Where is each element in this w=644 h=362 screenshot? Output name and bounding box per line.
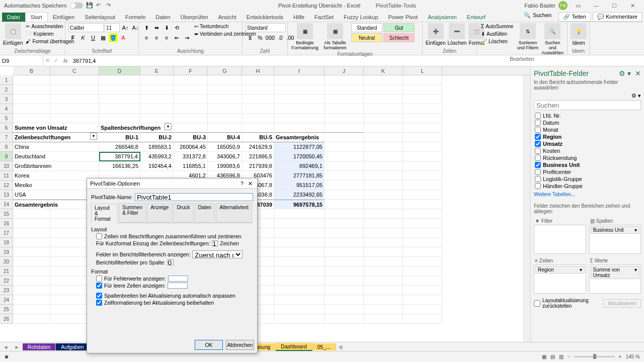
- area-values-body[interactable]: Summe von Umsatz▾: [589, 264, 641, 294]
- cell-I4[interactable]: [274, 104, 325, 114]
- cell-B26[interactable]: [13, 314, 50, 324]
- cell-K17[interactable]: [364, 228, 403, 238]
- font-name-combo[interactable]: [68, 23, 104, 32]
- cell-J7[interactable]: [325, 133, 364, 142]
- field-region[interactable]: Region: [534, 133, 641, 140]
- enter-formula-icon[interactable]: ✓: [52, 57, 60, 64]
- cell-I15[interactable]: [274, 209, 325, 219]
- dialog-help-icon[interactable]: ?: [238, 180, 246, 187]
- field-checkbox[interactable]: [535, 141, 541, 147]
- row-header-23[interactable]: 23: [0, 286, 13, 295]
- fx-icon[interactable]: fx: [60, 58, 71, 64]
- tab-formeln[interactable]: Formeln: [120, 13, 150, 22]
- cell-L12[interactable]: [403, 180, 442, 190]
- cell-E4[interactable]: [140, 104, 174, 114]
- field-checkbox[interactable]: [535, 113, 541, 119]
- view-break-icon[interactable]: ▧: [559, 354, 564, 359]
- cell-B18[interactable]: [13, 238, 50, 247]
- row-header-3[interactable]: 3: [0, 95, 13, 104]
- search-icon[interactable]: 🔍: [524, 12, 531, 22]
- cell-B21[interactable]: [13, 266, 50, 276]
- empty-value-input[interactable]: [168, 283, 188, 289]
- error-value-input[interactable]: [168, 276, 188, 282]
- cell-J3[interactable]: [325, 95, 364, 104]
- dialog-ok-button[interactable]: OK: [195, 340, 223, 350]
- dlg-tab-layout[interactable]: Layout & Format: [91, 204, 118, 223]
- area-rows-body[interactable]: Region▾: [534, 264, 586, 294]
- cell-H10[interactable]: 217939,8: [242, 161, 274, 171]
- row-header-20[interactable]: 20: [0, 257, 13, 266]
- cell-L15[interactable]: [403, 209, 442, 219]
- increase-font-icon[interactable]: A↑: [121, 23, 130, 32]
- update-button[interactable]: Aktualisieren: [603, 299, 641, 308]
- cell-E10[interactable]: 192454,4: [140, 161, 174, 171]
- save-icon[interactable]: 💾: [86, 2, 93, 9]
- cell-J25[interactable]: [325, 305, 364, 314]
- cell-L9[interactable]: [403, 152, 442, 161]
- tab-einfuegen[interactable]: Einfügen: [48, 13, 79, 22]
- cell-J6[interactable]: [325, 123, 364, 133]
- cell-B6[interactable]: Summe von Umsatz: [13, 123, 99, 133]
- filter-per-col-spinner[interactable]: [168, 259, 174, 265]
- row-header-22[interactable]: 22: [0, 276, 13, 286]
- cell-L11[interactable]: [403, 171, 442, 180]
- cell-K16[interactable]: [364, 219, 403, 228]
- values-chip[interactable]: Summe von Umsatz▾: [591, 266, 640, 279]
- cell-F2[interactable]: [174, 85, 208, 95]
- col-header-B[interactable]: B: [13, 66, 50, 75]
- cell-H9[interactable]: 221886,5: [242, 152, 274, 161]
- field-pane-tools-icon[interactable]: ⚙ ▾: [631, 93, 641, 99]
- style-gut[interactable]: Gut: [383, 23, 415, 32]
- cell-K9[interactable]: [364, 152, 403, 161]
- tab-nav-next-icon[interactable]: ►: [11, 344, 22, 350]
- redo-icon[interactable]: ↷: [106, 2, 113, 9]
- zoom-slider[interactable]: [575, 356, 615, 357]
- cell-K23[interactable]: [364, 286, 403, 295]
- cell-D3[interactable]: [99, 95, 140, 104]
- tab-entwurf[interactable]: Entwurf: [462, 13, 491, 22]
- cell-L25[interactable]: [403, 305, 442, 314]
- cell-D2[interactable]: [99, 85, 140, 95]
- field-umsatz[interactable]: Umsatz: [534, 140, 641, 147]
- cell-I13[interactable]: 2233492,65: [274, 190, 325, 200]
- cell-J4[interactable]: [325, 104, 364, 114]
- cell-L4[interactable]: [403, 104, 442, 114]
- cell-I17[interactable]: [274, 228, 325, 238]
- cell-G2[interactable]: [208, 85, 242, 95]
- ptname-input[interactable]: [135, 193, 253, 201]
- cell-E3[interactable]: [140, 95, 174, 104]
- cell-L16[interactable]: [403, 219, 442, 228]
- cell-K4[interactable]: [364, 104, 403, 114]
- cell-B5[interactable]: [13, 114, 50, 123]
- cell-D9[interactable]: 387791,4: [99, 152, 140, 161]
- cell-E9[interactable]: 435993,2: [140, 152, 174, 161]
- fill-button[interactable]: ⬇ Ausfüllen: [480, 31, 514, 37]
- field-pane-close-icon[interactable]: ✕: [635, 69, 641, 77]
- cell-H4[interactable]: [242, 104, 274, 114]
- columns-chip[interactable]: Business Unit▾: [591, 226, 640, 234]
- align-left-icon[interactable]: ≡: [142, 33, 151, 42]
- col-filter-icon[interactable]: ▾: [165, 123, 172, 130]
- style-schlecht[interactable]: Schlecht: [383, 33, 415, 42]
- cell-L19[interactable]: [403, 247, 442, 257]
- cell-K21[interactable]: [364, 266, 403, 276]
- cell-L14[interactable]: [403, 200, 442, 209]
- decrease-indent-icon[interactable]: ⇤: [172, 33, 181, 42]
- row-header-11[interactable]: 11: [0, 171, 13, 180]
- cell-B22[interactable]: [13, 276, 50, 286]
- autosum-button[interactable]: Σ AutoSumme: [480, 23, 514, 30]
- dlg-tab-anzeige[interactable]: Anzeige: [147, 203, 172, 223]
- cell-L1[interactable]: [403, 75, 442, 85]
- align-center-icon[interactable]: ≡: [152, 33, 161, 42]
- cell-K1[interactable]: [364, 75, 403, 85]
- vertical-scrollbar[interactable]: [523, 75, 530, 342]
- cell-C2[interactable]: [50, 85, 99, 95]
- cell-E5[interactable]: [140, 114, 174, 123]
- cell-K18[interactable]: [364, 238, 403, 247]
- cell-H7[interactable]: BU-5: [242, 133, 274, 142]
- cell-J12[interactable]: [325, 180, 364, 190]
- cell-J8[interactable]: [325, 142, 364, 152]
- cell-J26[interactable]: [325, 314, 364, 324]
- field-monat[interactable]: Monat: [534, 126, 641, 133]
- font-size-combo[interactable]: [105, 23, 120, 32]
